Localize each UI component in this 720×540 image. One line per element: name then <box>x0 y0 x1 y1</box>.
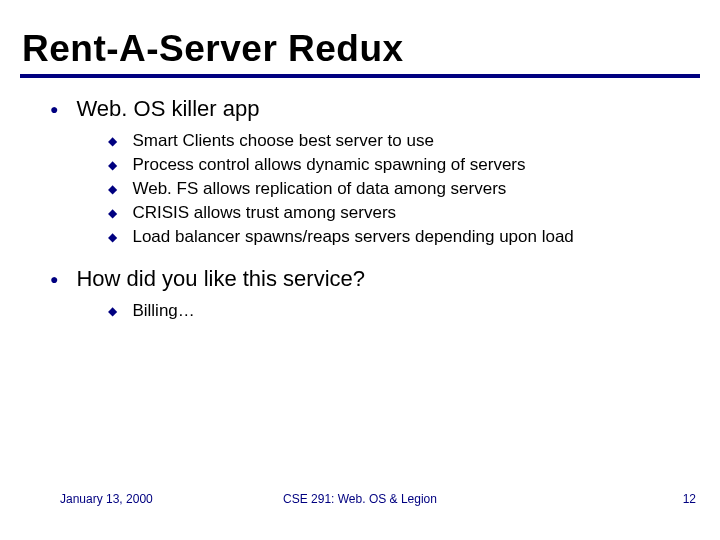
diamond-icon: ◆ <box>108 226 128 248</box>
title-underline <box>20 74 700 78</box>
bullet-level2: ◆ CRISIS allows trust among servers <box>108 202 700 224</box>
sub-bullet-text: Process control allows dynamic spawning … <box>132 154 525 176</box>
bullet-level2: ◆ Load balancer spawns/reaps servers dep… <box>108 226 700 248</box>
sub-bullet-text: Load balancer spawns/reaps servers depen… <box>132 226 573 248</box>
sub-list: ◆ Billing… <box>108 300 700 322</box>
bullet-level2: ◆ Smart Clients choose best server to us… <box>108 130 700 152</box>
bullet-level2: ◆ Process control allows dynamic spawnin… <box>108 154 700 176</box>
bullet-level2: ◆ Billing… <box>108 300 700 322</box>
slide-title: Rent-A-Server Redux <box>22 28 700 70</box>
diamond-icon: ◆ <box>108 154 128 176</box>
slide: Rent-A-Server Redux ● Web. OS killer app… <box>0 0 720 540</box>
diamond-icon: ◆ <box>108 300 128 322</box>
bullet-icon: ● <box>50 266 72 292</box>
footer-center: CSE 291: Web. OS & Legion <box>0 492 720 506</box>
slide-body: ● Web. OS killer app ◆ Smart Clients cho… <box>20 96 700 322</box>
sub-bullet-text: Web. FS allows replication of data among… <box>132 178 506 200</box>
diamond-icon: ◆ <box>108 202 128 224</box>
bullet-level1: ● Web. OS killer app <box>50 96 700 122</box>
footer-page-number: 12 <box>683 492 696 506</box>
bullet-text: How did you like this service? <box>76 266 365 292</box>
sub-bullet-text: Billing… <box>132 300 194 322</box>
sub-list: ◆ Smart Clients choose best server to us… <box>108 130 700 248</box>
sub-bullet-text: Smart Clients choose best server to use <box>132 130 433 152</box>
bullet-level2: ◆ Web. FS allows replication of data amo… <box>108 178 700 200</box>
diamond-icon: ◆ <box>108 178 128 200</box>
bullet-icon: ● <box>50 96 72 122</box>
bullet-text: Web. OS killer app <box>76 96 259 122</box>
sub-bullet-text: CRISIS allows trust among servers <box>132 202 396 224</box>
diamond-icon: ◆ <box>108 130 128 152</box>
bullet-level1: ● How did you like this service? <box>50 266 700 292</box>
